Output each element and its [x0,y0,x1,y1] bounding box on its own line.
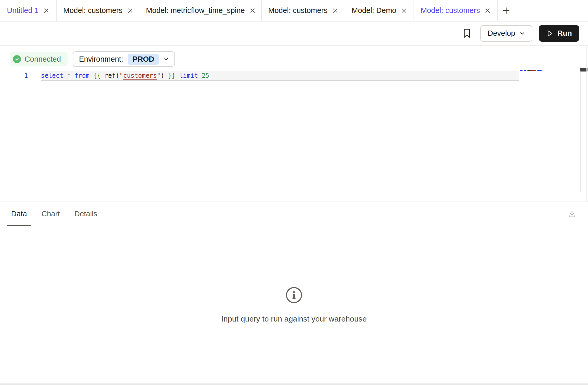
tab-label: Chart [41,210,60,218]
ide-window: Untitled 1 Model: customers Model: metri… [0,0,588,385]
svg-text:i: i [292,289,296,301]
tab-label: Untitled 1 [7,6,39,15]
tab-chart[interactable]: Chart [37,202,64,226]
plus-icon [502,6,510,15]
download-results-button[interactable] [567,209,577,219]
new-tab-button[interactable] [498,0,514,21]
toolbar: Develop Run [0,22,588,46]
play-icon [546,30,553,37]
editor-scrollbar-track [580,67,581,192]
bottom-scrollbar-strip [0,383,588,385]
run-button-label: Run [557,29,572,38]
editor-status-row: Connected Environment: PROD [10,51,175,67]
chevron-down-icon [164,56,169,62]
line-number: 1 [0,71,41,81]
tab-bar: Untitled 1 Model: customers Model: metri… [0,0,588,22]
tab-label: Model: customers [421,6,480,15]
close-icon[interactable] [332,8,338,14]
editor-minimap[interactable] [520,69,545,74]
bookmark-icon [463,28,471,38]
develop-button-label: Develop [488,29,515,38]
connection-status-badge: Connected [10,52,68,66]
environment-selector[interactable]: Environment: PROD [73,51,175,67]
tab-model-customers-1[interactable]: Model: customers [57,0,140,21]
close-icon[interactable] [43,8,49,14]
tab-label: Model: Demo [352,6,396,15]
connection-status-label: Connected [25,55,61,63]
results-empty-state: i Input query to run against your wareho… [0,226,588,383]
download-icon [567,209,577,219]
sql-editor-pane: Connected Environment: PROD 1 select * f… [0,46,588,202]
check-circle-icon [13,55,21,63]
tab-details[interactable]: Details [70,202,101,226]
tab-label: Details [74,210,97,218]
results-panel-header: Data Chart Details [0,202,588,226]
environment-label: Environment: [79,55,123,63]
develop-button[interactable]: Develop [480,25,532,42]
tab-model-demo[interactable]: Model: Demo [345,0,414,21]
tab-label: Model: customers [268,6,328,15]
info-icon: i [285,287,303,304]
close-icon[interactable] [127,8,133,14]
empty-state-message: Input query to run against your warehous… [221,315,367,323]
tab-data[interactable]: Data [7,202,31,226]
tab-label: Model: customers [63,6,123,15]
environment-value-badge: PROD [128,54,159,65]
bookmark-button[interactable] [463,28,471,38]
close-icon[interactable] [401,8,407,14]
tab-label: Model: metricflow_time_spine [146,6,245,15]
close-icon[interactable] [484,8,491,14]
tab-model-metricflow-time-spine[interactable]: Model: metricflow_time_spine [140,0,262,21]
code-editor-line[interactable]: select * from {{ ref("customers") }} lim… [41,71,519,81]
chevron-down-icon [519,31,525,36]
tab-model-customers-active[interactable]: Model: customers [414,0,498,21]
tab-untitled-1[interactable]: Untitled 1 [0,0,57,21]
tab-model-customers-2[interactable]: Model: customers [262,0,345,21]
run-button[interactable]: Run [539,25,579,42]
tab-label: Data [11,210,27,218]
close-icon[interactable] [249,8,256,14]
